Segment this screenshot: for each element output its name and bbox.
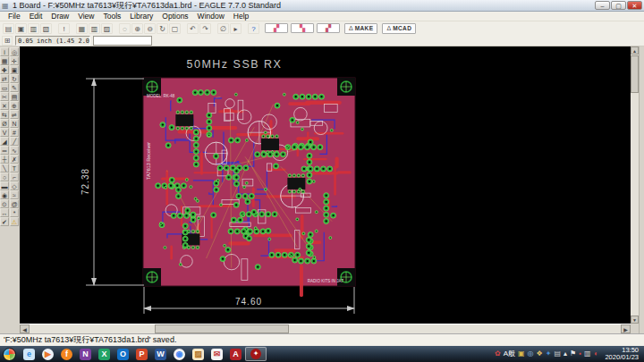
tool-group-icon[interactable]: ▭ <box>0 83 9 92</box>
tray-icon-alert[interactable]: ▪ <box>579 349 581 359</box>
tool-via-icon[interactable]: ◉ <box>0 190 9 199</box>
tool-mark-icon[interactable]: ✛ <box>10 56 19 65</box>
taskbar-autocad-icon[interactable]: A <box>230 349 242 360</box>
minimize-button[interactable]: ‒ <box>595 1 610 10</box>
tool-smash-icon[interactable]: # <box>10 128 19 137</box>
tool-miter-icon[interactable]: ◢ <box>0 137 9 146</box>
zoom-out-icon[interactable]: ⊖ <box>144 23 156 34</box>
taskbar-eagle-button[interactable]: ✦ <box>245 347 267 361</box>
menu-tools[interactable]: Tools <box>98 12 125 21</box>
vendor-pcb-service-button-2[interactable]: ▚ <box>291 23 314 33</box>
tool-change-icon[interactable]: ✎ <box>10 83 19 92</box>
tray-hidden-icons[interactable]: ▴ <box>564 349 567 359</box>
tray-icon-security[interactable]: ✿ <box>495 349 501 359</box>
vscroll-thumb[interactable] <box>631 55 639 93</box>
tool-cut-icon[interactable]: ✂ <box>0 92 9 101</box>
tool-meander-icon[interactable]: ∿ <box>10 146 19 155</box>
tool-dimension-icon[interactable]: ↔ <box>0 208 9 217</box>
open-icon[interactable]: ▤ <box>3 23 14 34</box>
menu-draw[interactable]: Draw <box>47 12 73 21</box>
script-icon[interactable]: ! <box>58 23 70 34</box>
menu-help[interactable]: Help <box>229 12 253 21</box>
tray-icon-folder[interactable]: ▣ <box>518 349 525 359</box>
menu-library[interactable]: Library <box>125 12 157 21</box>
menu-options[interactable]: Options <box>157 12 192 21</box>
close-button[interactable]: ✕ <box>627 1 642 10</box>
taskbar-firefox-icon[interactable]: f <box>61 349 72 360</box>
taskbar-powerpoint-icon[interactable]: P <box>136 349 148 360</box>
tool-delete-icon[interactable]: ✕ <box>0 101 9 110</box>
scroll-down-icon[interactable]: ▼ <box>631 316 639 324</box>
tool-route-icon[interactable]: ┼ <box>0 155 9 164</box>
zoom-fit-icon[interactable]: ◌ <box>119 23 131 34</box>
tool-lock-icon[interactable]: Ø <box>0 119 9 128</box>
tool-polygon-icon[interactable]: ◇ <box>10 181 19 190</box>
tool-info-icon[interactable]: i <box>0 47 9 56</box>
board-canvas[interactable]: 50MHz SSB RX MODEL: RK-48 TA7613 Receive… <box>20 46 631 324</box>
hscroll-track[interactable] <box>30 324 621 333</box>
tray-icon-flag[interactable]: ⚑ <box>570 349 576 359</box>
taskbar-outlook-icon[interactable]: O <box>117 349 129 360</box>
command-input[interactable] <box>93 36 152 46</box>
print-icon[interactable]: ▥ <box>28 23 39 34</box>
tray-ime-mode[interactable]: A般 <box>504 349 515 359</box>
tool-rect-icon[interactable]: ▬ <box>0 181 9 190</box>
tool-name-icon[interactable]: N <box>10 119 19 128</box>
tool-copy-icon[interactable]: ▣ <box>10 65 19 74</box>
tool-arc-icon[interactable]: ⌐ <box>10 173 19 181</box>
grid-icon[interactable]: ▦ <box>76 23 88 34</box>
tool-gateswap-icon[interactable]: ⇌ <box>10 110 19 119</box>
tray-icon-search[interactable]: ◎ <box>528 349 534 359</box>
tool-value-icon[interactable]: V <box>0 128 9 137</box>
tool-errors-icon[interactable]: ⚠ <box>10 217 19 226</box>
tool-split-icon[interactable]: ╱ <box>10 137 19 146</box>
start-button[interactable] <box>3 348 16 361</box>
taskbar-excel-icon[interactable]: X <box>98 349 110 360</box>
go-icon[interactable]: ▸ <box>230 23 242 34</box>
taskbar-onenote-icon[interactable]: N <box>80 349 91 360</box>
vendor-pcb-service-button-1[interactable]: ▞ <box>265 23 288 33</box>
taskbar-photos-icon[interactable]: ▨ <box>192 349 204 360</box>
taskbar-mediaplayer-icon[interactable]: ▶ <box>42 349 54 360</box>
tool-mirror-icon[interactable]: ⇄ <box>0 74 9 83</box>
tool-add-icon[interactable]: ⊕ <box>10 101 19 110</box>
menu-file[interactable]: File <box>4 12 25 21</box>
tool-pinswap-icon[interactable]: ⇆ <box>0 110 9 119</box>
tray-icon-rec[interactable]: ◖ <box>594 349 598 359</box>
taskbar-clock[interactable]: 13:50 2020/01/23 <box>601 347 641 361</box>
tool-show-icon[interactable]: ◎ <box>10 47 19 56</box>
zoom-select-icon[interactable]: ▢ <box>169 23 181 34</box>
menu-edit[interactable]: Edit <box>25 12 47 21</box>
make-button[interactable]: Δ MAKE <box>344 23 377 34</box>
menu-view[interactable]: View <box>73 12 98 21</box>
zoom-in-icon[interactable]: ⊕ <box>131 23 143 34</box>
library-icon[interactable]: ▨ <box>101 23 113 34</box>
tool-optimize-icon[interactable]: ═ <box>0 146 9 155</box>
tool-rotate-icon[interactable]: ↻ <box>10 74 19 83</box>
taskbar-mail-icon[interactable]: ✉ <box>211 349 223 360</box>
undo-icon[interactable]: ↶ <box>187 23 199 34</box>
cam-export-icon[interactable]: ▧ <box>40 23 52 34</box>
tool-paste-icon[interactable]: ▤ <box>10 92 19 101</box>
horizontal-scrollbar[interactable]: ◀ ▶ <box>20 324 631 333</box>
tray-icon-update[interactable]: ✦ <box>546 349 552 359</box>
taskbar-ie-icon[interactable]: e <box>23 349 35 360</box>
taskbar-chrome-icon[interactable]: ◉ <box>174 349 185 360</box>
menu-window[interactable]: Window <box>193 12 229 21</box>
hscroll-thumb[interactable] <box>155 324 289 333</box>
tray-icon-chat[interactable]: ❖ <box>537 349 543 359</box>
tool-move-icon[interactable]: ✚ <box>0 65 9 74</box>
tray-icon-display[interactable]: ▤ <box>554 349 561 359</box>
layers-icon[interactable]: ▥ <box>89 23 100 34</box>
zoom-redraw-icon[interactable]: ↻ <box>157 23 168 34</box>
mcad-button[interactable]: Δ MCAD <box>382 23 416 34</box>
stop-icon[interactable]: ∅ <box>217 23 229 34</box>
tool-circle-icon[interactable]: ○ <box>0 173 9 181</box>
help-icon[interactable]: ? <box>248 23 259 34</box>
maximize-button[interactable]: ▢ <box>611 1 626 10</box>
tool-signal-icon[interactable]: ≈ <box>10 190 19 199</box>
tool-ratsnest-icon[interactable]: * <box>10 208 19 217</box>
redo-icon[interactable]: ↷ <box>199 23 211 34</box>
tool-attribute-icon[interactable]: @ <box>10 199 19 208</box>
taskbar-word-icon[interactable]: W <box>155 349 166 360</box>
